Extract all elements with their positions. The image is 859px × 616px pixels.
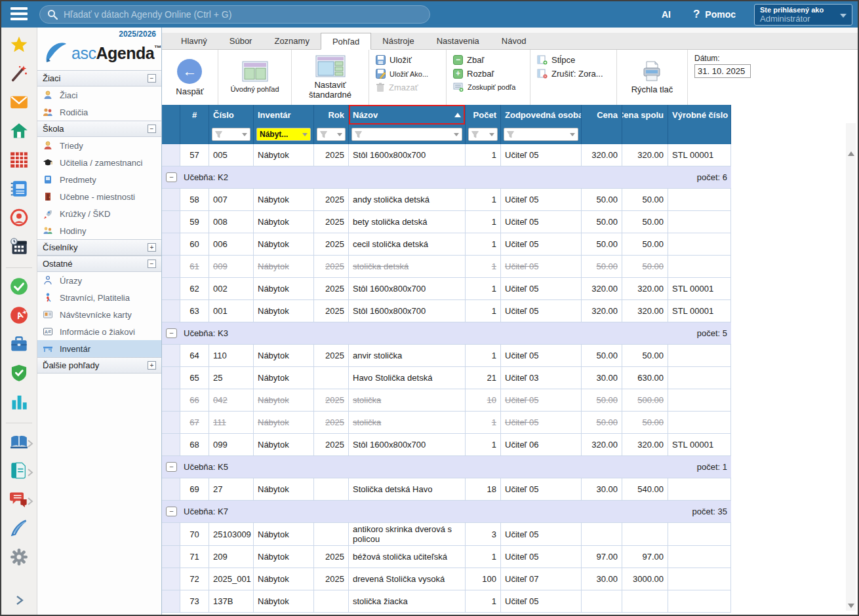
sidebar-item-ziaci[interactable]: Žiaci: [37, 87, 161, 104]
tab-navod[interactable]: Návod: [490, 33, 538, 49]
filter-dropdown-inventar[interactable]: Nábyt...: [256, 128, 311, 141]
sidebar-item-predmety[interactable]: Predmety: [37, 171, 161, 188]
table-row[interactable]: 60006Nábytok2025cecil stolička detská1Uč…: [162, 233, 731, 256]
signature-quill-icon[interactable]: [10, 519, 28, 537]
sidebar-section-ziaci[interactable]: Žiaci−: [37, 70, 161, 87]
sidebar-item-hodiny[interactable]: Hodiny: [37, 222, 161, 239]
table-row[interactable]: 7025103009Nábytokantikoro skrinka dverov…: [162, 523, 731, 546]
column-header-pocet[interactable]: Počet: [466, 105, 501, 125]
column-header-zodpovedna-osoba[interactable]: Zodpovedná osoba: [501, 105, 582, 125]
filter-dropdown-zodpovedna-osoba[interactable]: [504, 128, 578, 141]
table-row[interactable]: 68099Nábytok2025Stôl 1600x800x7001Učiteľ…: [162, 434, 731, 456]
column-header-cislo[interactable]: Číslo: [209, 105, 254, 125]
sidebar-item-rodicia[interactable]: Rodičia: [37, 104, 161, 121]
table-row[interactable]: 58007Nábytok2025andy stolička detská1Uči…: [162, 189, 731, 211]
table-row[interactable]: 67111Nábytok2025stolička1Učiteľ 0550.005…: [162, 412, 731, 434]
table-row[interactable]: 59008Nábytok2025bety stolička detská1Uči…: [162, 211, 731, 233]
library-book-icon[interactable]: [10, 433, 28, 451]
quick-print-button[interactable]: Rýchla tlač: [631, 61, 673, 94]
group-collapse-toggle[interactable]: −: [166, 328, 177, 338]
wizard-wand-icon[interactable]: [10, 64, 28, 83]
table-row[interactable]: 6927NábytokStolička detská Havo18Učiteľ …: [162, 478, 731, 501]
scroll-down-arrow[interactable]: [846, 600, 856, 611]
statistics-chart-icon[interactable]: [10, 393, 28, 411]
group-row-ucebna-k3[interactable]: −Učebňa: K3počet: 5: [162, 322, 731, 345]
collapse-toggle-icon[interactable]: −: [148, 74, 156, 83]
filter-dropdown-pocet[interactable]: [468, 128, 498, 141]
sidebar-item-informacie-o-ziakovi[interactable]: A=Informácie o žiakovi: [37, 323, 161, 340]
table-row[interactable]: 61009Nábytok2025stolička detská1Učiteľ 0…: [162, 256, 731, 278]
columns-button[interactable]: Stĺpce: [537, 55, 575, 65]
filter-dropdown-rok[interactable]: [317, 128, 346, 141]
group-row-ucebna-k7[interactable]: −Učebňa: K7počet: 35: [162, 501, 731, 523]
table-row[interactable]: 73137BNábytokstolička žiacka1Učiteľ 05: [162, 590, 731, 613]
mail-envelope-icon[interactable]: [10, 93, 28, 111]
expand-toggle-icon[interactable]: +: [148, 243, 156, 252]
group-collapse-toggle[interactable]: −: [166, 462, 177, 472]
table-row[interactable]: 63001Nábytok2025Stôl 1600x800x7001Učiteľ…: [162, 300, 731, 322]
grades-a-plus-icon[interactable]: A⁺: [10, 306, 28, 324]
messages-icon[interactable]: [10, 490, 28, 509]
column-header-inventar[interactable]: Inventár: [254, 105, 314, 125]
search-input[interactable]: [39, 5, 430, 24]
security-shield-icon[interactable]: [10, 364, 28, 382]
column-header-rok[interactable]: Rok: [314, 105, 349, 125]
filter-dropdown-cislo[interactable]: [212, 128, 250, 141]
sidebar-section-ostatne[interactable]: Ostatné−: [37, 256, 161, 272]
notebook-icon[interactable]: [10, 180, 28, 198]
collapse-toggle-icon[interactable]: −: [148, 125, 156, 133]
sidebar-item-triedy[interactable]: Triedy: [37, 137, 161, 154]
scroll-up-arrow[interactable]: [846, 148, 856, 159]
sidebar-section-ciselniky[interactable]: Číselníky+: [37, 239, 161, 256]
tab-hlavny[interactable]: Hlavný: [170, 33, 218, 49]
calendar-clock-icon[interactable]: [10, 237, 28, 256]
sidebar-item-kruzky-skd[interactable]: Krúžky / ŠKD: [37, 205, 161, 222]
set-default-button[interactable]: Nastaviť štandardné: [298, 55, 362, 100]
approved-check-icon[interactable]: [10, 277, 28, 296]
favorites-star-icon[interactable]: [10, 35, 28, 54]
ai-button[interactable]: AI: [662, 9, 671, 20]
column-header-[interactable]: #: [180, 105, 209, 125]
table-row[interactable]: 62002Nábytok2025Stôl 1600x800x7001Učiteľ…: [162, 278, 731, 300]
sidebar-section-dalsie-pohlady[interactable]: Ďalšie pohľady+: [37, 357, 161, 374]
save-as-button[interactable]: Uložiť Ako...: [376, 69, 428, 79]
documents-icon[interactable]: [10, 461, 28, 480]
table-row[interactable]: 722025_001Nábytok2025drevená Stolička vy…: [162, 568, 731, 590]
expand-chevron-icon[interactable]: [1, 595, 37, 606]
timetable-grid-icon[interactable]: [10, 151, 28, 169]
sidebar-item-navstevnicke-karty[interactable]: Návštevnícke karty: [37, 306, 161, 323]
group-by-button[interactable]: Zoskupiť podľa: [453, 83, 515, 92]
group-collapse-toggle[interactable]: −: [166, 507, 177, 516]
collapse-toggle-icon[interactable]: −: [148, 260, 156, 268]
column-header-nazov[interactable]: Názov: [349, 105, 466, 125]
table-row[interactable]: 64110Nábytok2025anvir stolička1Učiteľ 05…: [162, 345, 731, 367]
tab-pohlad[interactable]: Pohľad: [321, 33, 371, 50]
help-button[interactable]: ? Pomoc: [693, 8, 736, 21]
sidebar-section-skola[interactable]: Škola−: [37, 121, 161, 137]
group-collapse-toggle[interactable]: −: [166, 172, 177, 182]
filter-dropdown-nazov[interactable]: [351, 128, 462, 141]
hamburger-menu-icon[interactable]: [10, 7, 28, 22]
intro-view-button[interactable]: Úvodný pohľad: [230, 61, 279, 94]
home-icon[interactable]: [10, 122, 28, 140]
sidebar-item-stravnici-platitelia[interactable]: Stravníci, Platitelia: [37, 289, 161, 306]
briefcase-icon[interactable]: [10, 335, 28, 353]
tab-zoznamy[interactable]: Zoznamy: [263, 33, 320, 49]
table-row[interactable]: 57005Nábytok2025Stôl 1600x800x7001Učiteľ…: [162, 144, 731, 166]
back-button[interactable]: ← Naspäť: [176, 59, 203, 96]
collapse-all-button[interactable]: −Zbaľ: [453, 55, 484, 65]
cancel-sort-button[interactable]: Zrušiť: Zora...: [537, 69, 603, 79]
tab-nastavenia[interactable]: Nastavenia: [426, 33, 490, 49]
support-person-icon[interactable]: [10, 208, 28, 227]
sidebar-item-ucebne-miestnosti[interactable]: Učebne - miestnosti: [37, 188, 161, 205]
save-button[interactable]: Uložiť: [376, 55, 412, 65]
sidebar-item-urazy[interactable]: Úrazy: [37, 272, 161, 289]
group-row-ucebna-k5[interactable]: −Učebňa: K5počet: 1: [162, 456, 731, 478]
tab-nastroje[interactable]: Nástroje: [371, 33, 425, 49]
column-header-cena[interactable]: Cena: [582, 105, 622, 125]
tab-subor[interactable]: Súbor: [218, 33, 264, 49]
user-menu[interactable]: Ste prihlásený ako Administrátor: [754, 4, 852, 26]
expand-toggle-icon[interactable]: +: [148, 361, 156, 370]
sidebar-item-ucitelia-zamestnanci[interactable]: Učitelia / zamestnanci: [37, 154, 161, 171]
table-row[interactable]: 71209Nábytok2025béžová stolička učiteľsk…: [162, 546, 731, 568]
